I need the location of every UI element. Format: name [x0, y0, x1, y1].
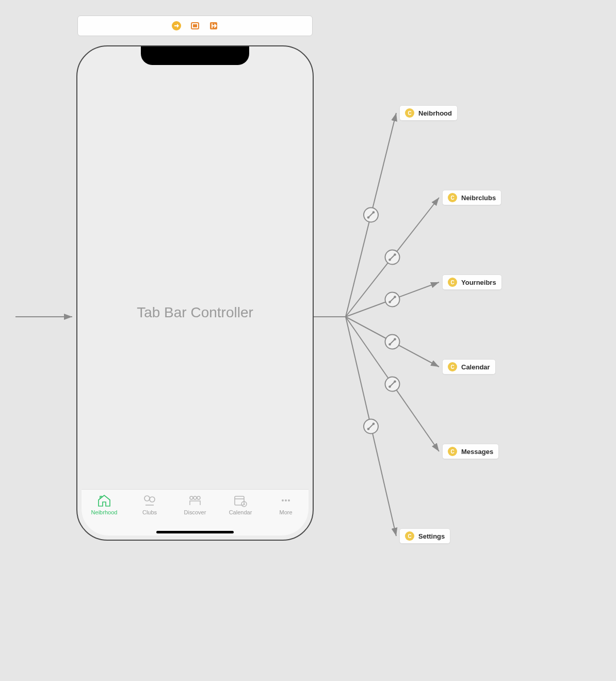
clubs-icon [142, 494, 157, 507]
controller-icon: C [405, 531, 414, 541]
svg-point-3 [385, 250, 400, 265]
tab-discover[interactable]: Discover [174, 494, 216, 515]
svg-point-24 [150, 497, 155, 502]
destination-node[interactable]: CCalendar [442, 359, 496, 375]
svg-point-12 [385, 377, 400, 392]
home-indicator [156, 531, 234, 533]
tab-more[interactable]: More [265, 494, 306, 515]
destination-label: Yourneibrs [461, 279, 496, 286]
exit-icon[interactable] [209, 21, 218, 30]
svg-point-16 [367, 428, 370, 430]
destination-label: Messages [461, 448, 493, 456]
svg-point-15 [364, 419, 378, 434]
tab-label: Discover [184, 509, 206, 515]
destination-node[interactable]: CNeibrclubs [442, 190, 501, 205]
more-icon [278, 494, 294, 507]
tab-label: More [279, 509, 292, 515]
destination-node[interactable]: CSettings [399, 528, 450, 544]
svg-point-17 [372, 423, 375, 425]
tab-neibrhood[interactable]: Neibrhood [84, 494, 125, 515]
svg-point-7 [388, 301, 391, 303]
svg-point-13 [388, 385, 391, 388]
svg-point-27 [197, 496, 200, 499]
svg-rect-28 [235, 496, 244, 505]
storyboard-entry-icon[interactable] [172, 21, 181, 30]
controller-icon: C [448, 362, 457, 371]
tab-label: Neibrhood [91, 509, 118, 515]
calendar-icon [233, 494, 248, 507]
tab-bar: Neibrhood Clubs Discover Calendar [82, 489, 309, 536]
controller-icon: C [448, 278, 457, 287]
svg-point-6 [385, 293, 400, 307]
destination-label: Settings [418, 532, 445, 540]
notch [141, 46, 249, 65]
svg-point-1 [367, 216, 370, 219]
people-icon [187, 494, 203, 507]
destination-node[interactable]: CMessages [442, 444, 499, 459]
svg-point-31 [285, 499, 287, 501]
controller-icon: C [405, 108, 414, 118]
scene-toolbar [77, 15, 313, 36]
svg-point-30 [282, 499, 284, 501]
svg-rect-21 [193, 24, 197, 27]
controller-icon: C [448, 193, 457, 202]
tab-label: Clubs [142, 509, 157, 515]
svg-point-0 [364, 208, 378, 222]
canvas: Tab Bar Controller Neibrhood Clubs Disco… [0, 0, 616, 681]
destination-label: Neibrclubs [461, 194, 496, 202]
svg-point-9 [385, 335, 400, 349]
svg-point-8 [394, 296, 396, 298]
svg-point-2 [372, 211, 375, 214]
destination-node[interactable]: CYourneibrs [442, 274, 502, 290]
svg-point-32 [288, 499, 290, 501]
destination-label: Calendar [461, 363, 490, 371]
tab-label: Calendar [229, 509, 252, 515]
house-icon [96, 494, 112, 507]
svg-point-26 [193, 496, 197, 499]
controller-title: Tab Bar Controller [137, 304, 253, 321]
tab-calendar[interactable]: Calendar [220, 494, 261, 515]
svg-point-11 [394, 338, 396, 340]
first-responder-icon[interactable] [190, 21, 200, 30]
tab-clubs[interactable]: Clubs [129, 494, 170, 515]
phone-frame: Tab Bar Controller Neibrhood Clubs Disco… [76, 45, 314, 541]
svg-point-23 [144, 496, 150, 501]
destination-node[interactable]: CNeibrhood [399, 105, 458, 121]
destination-label: Neibrhood [418, 109, 452, 117]
svg-point-14 [394, 380, 396, 383]
svg-point-5 [394, 253, 396, 256]
svg-point-4 [388, 258, 391, 261]
svg-point-10 [388, 343, 391, 346]
svg-point-25 [190, 496, 193, 499]
controller-icon: C [448, 447, 457, 456]
